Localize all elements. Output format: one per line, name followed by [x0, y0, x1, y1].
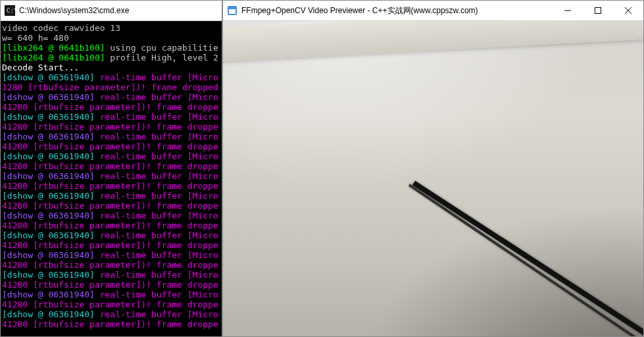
preview-window: FFmpeg+OpenCV Video Previewer - C++实战网(w…: [222, 0, 644, 337]
cmd-line: 41280 [rtbufsize parameter])! frame drop…: [2, 142, 220, 151]
svg-rect-7: [595, 8, 601, 14]
cmd-line: 41280 [rtbufsize parameter])! frame drop…: [2, 260, 220, 270]
cmd-line: [dshow @ 06361940] real-time buffer [Mic…: [2, 92, 220, 102]
window-controls: [553, 1, 643, 20]
cmd-line: [dshow @ 06361940] real-time buffer [Mic…: [2, 211, 220, 220]
cmd-line: [dshow @ 06361940] real-time buffer [Mic…: [2, 112, 220, 122]
cmd-line: [dshow @ 06361940] real-time buffer [Mic…: [2, 290, 220, 299]
cmd-line: 1280 [rtbufsize parameter])! frame dropp…: [2, 82, 220, 92]
close-button[interactable]: [613, 1, 643, 20]
cmd-line: 41280 [rtbufsize parameter])! frame drop…: [2, 240, 220, 250]
cmd-line: w= 640 h= 480: [2, 33, 220, 43]
cmd-line: 41280 [rtbufsize parameter])! frame drop…: [2, 299, 220, 309]
cmd-line: [dshow @ 06361940] real-time buffer [Mic…: [2, 171, 220, 181]
cmd-titlebar[interactable]: C:\ C:\Windows\system32\cmd.exe: [1, 1, 222, 21]
cmd-line: [dshow @ 06361940] real-time buffer [Mic…: [2, 230, 220, 240]
cmd-line: [dshow @ 06361940] real-time buffer [Mic…: [2, 72, 220, 82]
cmd-line: 41280 [rtbufsize parameter])! frame drop…: [2, 181, 220, 191]
cmd-line: 41280 [rtbufsize parameter])! frame drop…: [2, 201, 220, 211]
cmd-line: [dshow @ 06361940] real-time buffer [Mic…: [2, 250, 220, 260]
cmd-line: video codec rawvideo 13: [2, 23, 220, 33]
video-frame: [223, 21, 643, 336]
svg-rect-5: [229, 7, 235, 9]
maximize-button[interactable]: [583, 1, 613, 20]
cmd-output[interactable]: video codec rawvideo 13w= 640 h= 480[lib…: [1, 21, 222, 336]
preview-titlebar[interactable]: FFmpeg+OpenCV Video Previewer - C++实战网(w…: [223, 1, 643, 21]
cmd-line: [dshow @ 06361940] real-time buffer [Mic…: [2, 151, 220, 161]
cmd-title-text: C:\Windows\system32\cmd.exe: [19, 6, 222, 15]
cmd-line: [dshow @ 06361940] real-time buffer [Mic…: [2, 309, 220, 319]
cmd-line: [libx264 @ 0641b100] using cpu capabilit…: [2, 43, 220, 53]
cmd-window: C:\ C:\Windows\system32\cmd.exe video co…: [0, 0, 222, 337]
minimize-button[interactable]: [553, 1, 583, 20]
svg-text:C:\: C:\: [7, 7, 15, 14]
cmd-line: 41280 [rtbufsize parameter])! frame drop…: [2, 220, 220, 230]
cmd-line: 41280 [rtbufsize parameter])! frame drop…: [2, 102, 220, 112]
cmd-line: [dshow @ 06361940] real-time buffer [Mic…: [2, 270, 220, 280]
cmd-line: Decode Start...: [2, 63, 220, 72]
preview-title-text: FFmpeg+OpenCV Video Previewer - C++实战网(w…: [241, 5, 553, 16]
cmd-line: 41280 [rtbufsize parameter])! frame drop…: [2, 161, 220, 171]
cmd-line: [dshow @ 06361940] real-time buffer [Mic…: [2, 132, 220, 142]
cmd-icon: C:\: [5, 5, 15, 16]
cmd-line: 41280 [rtbufsize parameter])! frame drop…: [2, 319, 220, 329]
cmd-line: 41280 [rtbufsize parameter])! frame drop…: [2, 122, 220, 132]
cmd-line: 41280 [rtbufsize parameter])! frame drop…: [2, 280, 220, 290]
cmd-line: [dshow @ 06361940] real-time buffer [Mic…: [2, 191, 220, 201]
app-icon: [227, 5, 237, 16]
cmd-line: [libx264 @ 0641b100] profile High, level…: [2, 53, 220, 63]
